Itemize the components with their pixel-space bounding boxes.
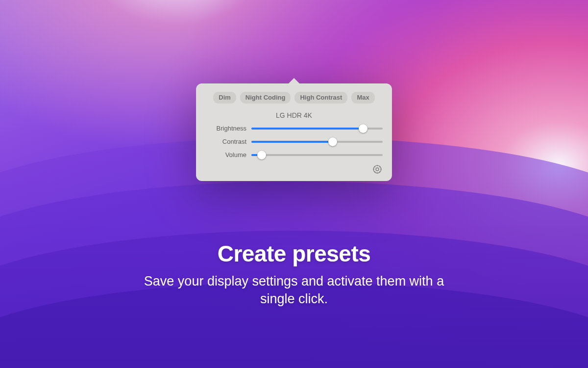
marketing-subheading: Save your display settings and activate …	[137, 272, 451, 308]
svg-point-0	[376, 168, 379, 171]
slider-label: Brightness	[205, 125, 251, 132]
slider-label: Contrast	[205, 138, 251, 145]
slider-fill	[251, 141, 333, 143]
slider-track	[251, 154, 383, 156]
panel-footer	[205, 164, 383, 175]
presets-row: Dim Night Coding High Contrast Max	[205, 92, 383, 104]
contrast-slider[interactable]	[251, 137, 383, 146]
brightness-slider[interactable]	[251, 124, 383, 133]
marketing-heading: Create presets	[218, 240, 371, 267]
slider-label: Volume	[205, 151, 251, 158]
slider-fill	[251, 128, 363, 130]
svg-point-1	[373, 165, 381, 173]
preset-pill-high-contrast[interactable]: High Contrast	[294, 92, 347, 104]
slider-knob[interactable]	[328, 137, 337, 146]
gear-icon[interactable]	[372, 164, 383, 175]
desktop-wallpaper	[0, 0, 588, 368]
preset-pill-dim[interactable]: Dim	[213, 92, 236, 104]
slider-knob[interactable]	[359, 124, 368, 133]
preset-pill-night-coding[interactable]: Night Coding	[240, 92, 291, 104]
device-name-label: LG HDR 4K	[205, 111, 383, 119]
settings-popover: Dim Night Coding High Contrast Max LG HD…	[196, 83, 392, 181]
slider-row-contrast: Contrast	[205, 137, 383, 146]
slider-row-brightness: Brightness	[205, 124, 383, 133]
preset-pill-max[interactable]: Max	[351, 92, 374, 104]
popover-arrow	[288, 78, 300, 84]
slider-row-volume: Volume	[205, 151, 383, 159]
volume-slider[interactable]	[251, 151, 383, 159]
slider-knob[interactable]	[257, 151, 266, 159]
settings-panel: Dim Night Coding High Contrast Max LG HD…	[196, 83, 392, 181]
